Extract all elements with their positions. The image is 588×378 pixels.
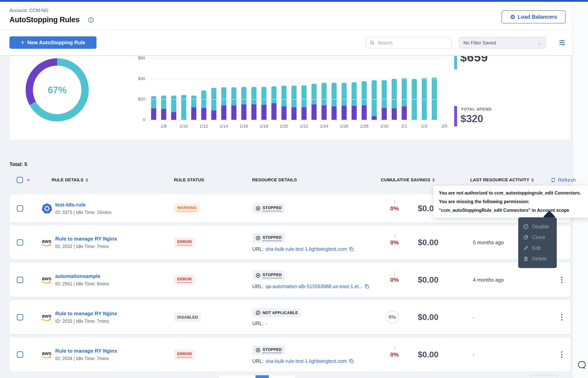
stacked-bar-1/29 (372, 80, 377, 120)
pagination-current-page[interactable] (256, 375, 269, 378)
resource-state-badge[interactable]: STOPPED (252, 203, 285, 213)
rule-name-link[interactable]: Rule to manage RY Nginx (55, 348, 117, 354)
y-axis-tick: 0 (120, 117, 145, 122)
x-axis-tick: 1/26 (340, 124, 348, 129)
status-badge[interactable]: ERROR (174, 275, 195, 285)
resource-state-badge[interactable]: STOPPED (252, 233, 285, 243)
resource-state-badge[interactable]: STOPPED (252, 345, 285, 355)
x-axis-tick: 1/16 (240, 124, 248, 129)
rule-name-link[interactable]: automationsample (55, 273, 109, 279)
stacked-bar-1/23 (311, 84, 317, 120)
stacked-bar-1/18 (261, 87, 267, 120)
rule-name-link[interactable]: test-k8s-rule (55, 202, 111, 208)
aws-icon: aws (41, 239, 52, 246)
last-activity: - (473, 314, 475, 320)
resource-state-badge[interactable]: STOPPED (252, 270, 285, 280)
copy-icon[interactable] (364, 284, 370, 289)
stacked-bar-1/27 (352, 82, 357, 120)
load-balancers-button[interactable]: ⚙ Load Balancers (501, 10, 566, 23)
row-actions-menu-button[interactable] (561, 351, 562, 358)
sort-icon[interactable] (432, 178, 435, 182)
status-badge[interactable]: ERROR (174, 238, 195, 247)
x-axis-tick: 1/12 (199, 124, 208, 129)
refresh-button[interactable]: Refresh (550, 177, 576, 183)
copy-icon[interactable] (349, 359, 354, 364)
clone-icon (523, 234, 529, 240)
row-actions-menu-button[interactable] (561, 314, 562, 320)
search-icon (370, 40, 375, 45)
resource-state-badge: NOT APPLICABLE (252, 308, 301, 317)
filter-panel-icon[interactable] (558, 38, 566, 46)
plus-icon: + (21, 39, 25, 46)
x-axis-tick: 2/1 (401, 124, 407, 129)
stacked-bar-1/12 (201, 91, 206, 120)
chat-help-icon[interactable] (577, 360, 586, 369)
rule-name-link[interactable]: Rule to manage RY Nginx (55, 310, 117, 317)
tooltip-line: You are not authorized to ccm_autostoppi… (439, 190, 585, 196)
search-input[interactable] (378, 40, 444, 46)
kubernetes-icon (41, 203, 52, 214)
savings-amount: $0.00 (409, 350, 438, 359)
row-actions-menu-button[interactable] (561, 277, 562, 283)
row-checkbox[interactable] (17, 351, 23, 358)
new-autostopping-rule-button[interactable]: + New AutoStopping Rule (9, 36, 97, 49)
menu-item-delete[interactable]: Delete (518, 256, 557, 262)
stopped-icon (256, 206, 261, 211)
disable-icon (523, 224, 529, 230)
select-dropdown-chevron-icon[interactable] (26, 177, 31, 183)
row-context-menu: Disable Clone Edit Delete (518, 217, 557, 268)
toolbar: + New AutoStopping Rule No Filter Saved … (0, 30, 588, 55)
status-badge[interactable]: WARNING (174, 203, 200, 213)
edit-icon (523, 245, 529, 251)
row-checkbox[interactable] (17, 205, 23, 212)
page-title: AutoStopping Rules (9, 15, 79, 24)
menu-item-clone[interactable]: Clone (518, 234, 557, 240)
not-applicable-icon (256, 310, 261, 315)
url-label: URL: (252, 284, 264, 289)
search-box[interactable] (366, 37, 452, 49)
x-axis-tick: 1/20 (280, 124, 288, 129)
row-checkbox[interactable] (17, 314, 23, 320)
resource-url-link[interactable]: sha-bulk-rule-test-1.lightwingtest.com (266, 246, 347, 252)
stacked-bar-1/30 (382, 80, 387, 120)
stacked-bar-1/25 (332, 83, 337, 120)
select-all-checkbox[interactable] (17, 177, 23, 183)
row-checkbox[interactable] (17, 239, 23, 246)
x-axis-tick: 2/3 (421, 124, 427, 129)
copy-icon[interactable] (349, 246, 354, 252)
breadcrumb-account[interactable]: Account: CCM-NG (9, 8, 49, 13)
tooltip-line: You are missing the following permission… (439, 199, 585, 204)
aws-icon: aws (41, 313, 52, 321)
menu-item-disable[interactable]: Disable (518, 224, 557, 230)
top-accent-bar (0, 0, 588, 2)
summary-chart-card: 67% 1/81/101/121/141/161/181/201/221/241… (9, 56, 571, 140)
gear-icon: ⚙ (510, 14, 515, 20)
status-badge: DISABLED (174, 313, 201, 321)
menu-item-edit[interactable]: Edit (518, 245, 557, 251)
resource-url-link[interactable]: sha-bulk-rule-test-1.lightwingtest.com (266, 358, 347, 364)
refresh-label: Refresh (558, 177, 576, 183)
stacked-bar-2/1 (402, 78, 407, 120)
saved-filter-select[interactable]: No Filter Saved ⌄ (459, 37, 546, 49)
pagination-bar[interactable] (219, 375, 295, 378)
savings-amount: $0.00 (409, 312, 438, 322)
resource-url-link[interactable]: qa-automation-alb-515563988.us-east-1.el… (266, 284, 362, 289)
column-last-resource-activity[interactable]: LAST RESOURCE ACTIVITY (470, 177, 534, 183)
rule-name-link[interactable]: Rule to manage RY Nginx (55, 236, 117, 242)
sort-icon[interactable] (531, 178, 534, 182)
page-header: Account: CCM-NG AutoStopping Rules ⚙ Loa… (0, 2, 588, 30)
rule-meta: ID: 2034 | Idle Time: 7mins (55, 356, 117, 361)
rule-meta: ID: 2032 | Idle Time: 7mins (55, 244, 117, 249)
stacked-bar-1/16 (241, 87, 246, 120)
row-checkbox[interactable] (17, 277, 23, 283)
sort-icon[interactable] (86, 178, 88, 182)
stacked-bar-1/22 (301, 85, 307, 120)
stacked-bar-1/24 (321, 83, 327, 120)
page-size-button[interactable] (531, 375, 558, 378)
column-cumulative-savings[interactable]: CUMULATIVE SAVINGS (381, 177, 435, 183)
info-icon[interactable] (88, 17, 94, 23)
stacked-bar-1/10 (181, 95, 186, 120)
status-badge[interactable]: ERROR (174, 350, 195, 360)
column-rule-details[interactable]: RULE DETAILS (52, 177, 88, 183)
y-axis-tick: $20 (120, 96, 145, 102)
